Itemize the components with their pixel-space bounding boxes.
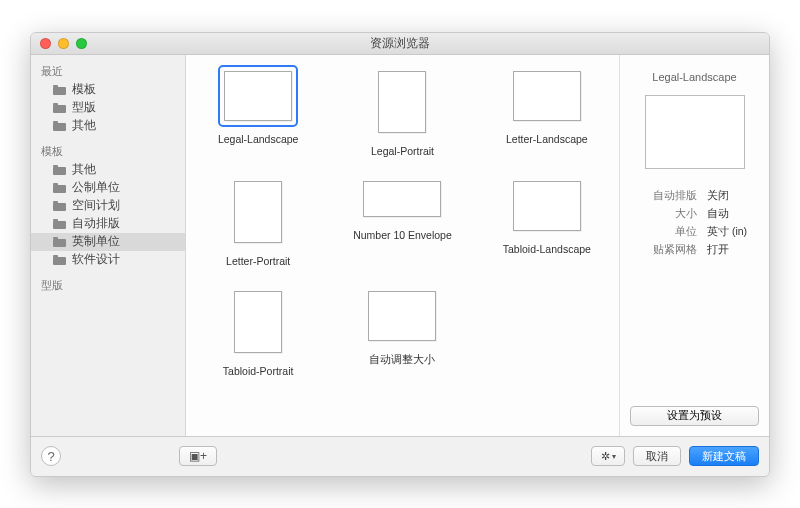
template-thumbnail [368,291,436,341]
sidebar-item[interactable]: 软件设计 [31,251,185,269]
template-grid-area: Legal-LandscapeLegal-PortraitLetter-Land… [186,55,619,436]
sidebar-item-label: 自动排版 [72,215,120,232]
folder-icon [53,219,66,229]
folder-icon [53,183,66,193]
template-thumbnail [513,71,581,121]
folder-icon [53,165,66,175]
inspector-panel: Legal-Landscape 自动排版关闭大小自动单位英寸 (in)贴紧网格打… [619,55,769,436]
sidebar-item-label: 其他 [72,161,96,178]
template-label: 自动调整大小 [369,353,435,367]
cancel-button[interactable]: 取消 [633,446,681,466]
template-tile[interactable]: Letter-Portrait [196,175,320,267]
sidebar-item-label: 型版 [72,99,96,116]
template-tile[interactable]: 自动调整大小 [340,285,464,377]
template-label: Number 10 Envelope [353,229,452,241]
template-label: Tabloid-Landscape [503,243,591,255]
window-title: 资源浏览器 [31,35,769,52]
sidebar-item[interactable]: 空间计划 [31,197,185,215]
template-label: Legal-Portrait [371,145,434,157]
sidebar-item[interactable]: 其他 [31,161,185,179]
inspector-title: Legal-Landscape [652,71,736,83]
template-label: Letter-Portrait [226,255,290,267]
inspector-row: 自动排版关闭 [630,187,759,205]
create-document-button[interactable]: 新建文稿 [689,446,759,466]
template-thumbnail [234,291,282,353]
sidebar-section-header: 最近 [31,61,185,81]
gear-icon: ✲ [601,450,610,463]
inspector-preview [645,95,745,169]
template-thumbnail [378,71,426,133]
inspector-key: 自动排版 [653,189,697,203]
sidebar-section-header: 模板 [31,141,185,161]
help-button[interactable]: ? [41,446,61,466]
sidebar-item-label: 公制单位 [72,179,120,196]
inspector-value: 打开 [707,243,755,257]
add-folder-button[interactable]: ▣+ [179,446,217,466]
traffic-lights [40,38,87,49]
folder-icon [53,201,66,211]
inspector-key: 大小 [675,207,697,221]
inspector-value: 关闭 [707,189,755,203]
template-label: Legal-Landscape [218,133,299,145]
template-tile[interactable]: Tabloid-Portrait [196,285,320,377]
action-menu-button[interactable]: ✲ ▾ [591,446,625,466]
sidebar-item[interactable]: 自动排版 [31,215,185,233]
sidebar-item[interactable]: 英制单位 [31,233,185,251]
sidebar-item[interactable]: 型版 [31,99,185,117]
sidebar-section-header: 型版 [31,275,185,295]
titlebar: 资源浏览器 [31,33,769,55]
template-label: Letter-Landscape [506,133,588,145]
sidebar-item[interactable]: 公制单位 [31,179,185,197]
resource-browser-window: 资源浏览器 最近模板型版其他模板其他公制单位空间计划自动排版英制单位软件设计型版… [30,32,770,477]
inspector-key: 单位 [675,225,697,239]
inspector-row: 单位英寸 (in) [630,223,759,241]
folder-icon [53,237,66,247]
template-grid: Legal-LandscapeLegal-PortraitLetter-Land… [196,65,609,377]
sidebar-item-label: 空间计划 [72,197,120,214]
sidebar: 最近模板型版其他模板其他公制单位空间计划自动排版英制单位软件设计型版 [31,55,186,436]
footer-toolbar: ? ▣+ ✲ ▾ 取消 新建文稿 [31,436,769,476]
template-tile[interactable]: Legal-Portrait [340,65,464,157]
template-thumbnail [234,181,282,243]
minimize-icon[interactable] [58,38,69,49]
close-icon[interactable] [40,38,51,49]
inspector-key: 贴紧网格 [653,243,697,257]
template-label: Tabloid-Portrait [223,365,294,377]
zoom-icon[interactable] [76,38,87,49]
template-tile[interactable]: Letter-Landscape [485,65,609,157]
sidebar-item[interactable]: 其他 [31,117,185,135]
template-tile[interactable]: Legal-Landscape [196,65,320,157]
folder-icon [53,85,66,95]
template-thumbnail [513,181,581,231]
inspector-value: 英寸 (in) [707,225,755,239]
inspector-row: 贴紧网格打开 [630,241,759,259]
chevron-down-icon: ▾ [612,452,616,461]
folder-icon [53,121,66,131]
inspector-row: 大小自动 [630,205,759,223]
inspector-value: 自动 [707,207,755,221]
sidebar-item-label: 模板 [72,81,96,98]
folder-icon [53,255,66,265]
folder-icon [53,103,66,113]
template-tile[interactable]: Number 10 Envelope [340,175,464,267]
sidebar-item-label: 英制单位 [72,233,120,250]
inspector-properties: 自动排版关闭大小自动单位英寸 (in)贴紧网格打开 [630,187,759,259]
template-tile[interactable]: Tabloid-Landscape [485,175,609,267]
sidebar-item-label: 软件设计 [72,251,120,268]
sidebar-item[interactable]: 模板 [31,81,185,99]
set-as-preset-button[interactable]: 设置为预设 [630,406,759,426]
template-thumbnail [363,181,441,217]
sidebar-item-label: 其他 [72,117,96,134]
template-thumbnail [224,71,292,121]
